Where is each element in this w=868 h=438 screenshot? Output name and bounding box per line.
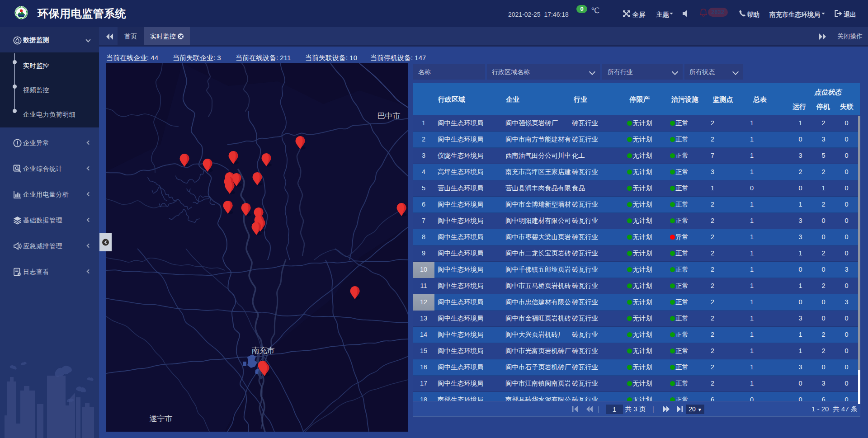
svg-text:遂宁市: 遂宁市 [150,414,173,423]
svg-text:巴中市: 巴中市 [377,112,401,120]
svg-text:南充市: 南充市 [252,346,275,355]
